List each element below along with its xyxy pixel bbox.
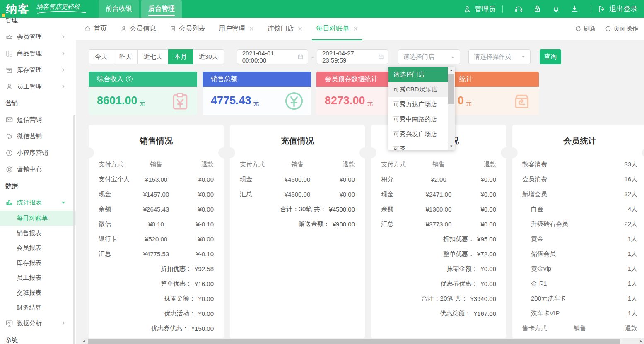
- sidebar-item[interactable]: 微信营销: [0, 128, 76, 144]
- close-icon[interactable]: ✕: [298, 25, 303, 33]
- chevron-down-icon: [60, 200, 66, 205]
- panel-table: 散客消费33人会员消费16人新增会员32人白金4人升级砖石会员22人黄金1人储值…: [512, 157, 644, 339]
- sidebar-subitem[interactable]: 财务结算: [0, 300, 76, 315]
- dropdown-option[interactable]: 可秀CBD娱乐店: [388, 82, 448, 97]
- table-cell: 销售: [133, 161, 179, 168]
- logout-button[interactable]: 退出登录: [598, 4, 637, 14]
- store-select[interactable]: 请选择门店: [398, 49, 460, 64]
- help-icon[interactable]: ?: [126, 76, 133, 82]
- tabbar-tab[interactable]: 首页: [84, 18, 107, 40]
- panel-table-row: 汇总¥3773.00¥0.00: [371, 217, 506, 231]
- panel-title: 销售情况: [89, 135, 224, 147]
- support-headset-icon[interactable]: [514, 5, 523, 13]
- sidebar-item[interactable]: 员工管理: [0, 78, 76, 95]
- user-icon: [463, 5, 471, 13]
- bell-icon[interactable]: [552, 5, 560, 13]
- member-stat-value: 4人: [628, 205, 644, 213]
- table-cell: ¥4775.53: [133, 250, 179, 257]
- user-menu[interactable]: 管理员: [463, 4, 496, 14]
- dropdown-scrollbar-thumb[interactable]: [448, 74, 454, 104]
- stat-card-unit: 元: [140, 100, 145, 107]
- sidebar-section-label: 系统: [0, 332, 76, 344]
- summary-value: ¥16.00: [195, 280, 214, 287]
- refresh-button[interactable]: 刷新: [575, 25, 596, 33]
- sidebar-subitem[interactable]: 会员报表: [0, 241, 76, 255]
- dropdown-scrollbar[interactable]: ▲ ▼: [448, 67, 455, 150]
- quick-range-button[interactable]: 本月: [168, 49, 193, 64]
- scroll-down-icon[interactable]: ▼: [448, 143, 455, 150]
- dropdown-option[interactable]: 可秀万达广场店: [388, 97, 448, 112]
- tabbar-tab[interactable]: 每日对账单✕: [316, 18, 358, 40]
- topbar-nav-tab[interactable]: 后台管理: [141, 0, 182, 18]
- panel-summary-row: 优惠活动：¥0.00: [89, 306, 224, 321]
- sidebar-scrollbar[interactable]: [73, 115, 75, 344]
- chevron-right-icon: [60, 67, 66, 73]
- sidebar-item[interactable]: 营销中心: [0, 161, 76, 178]
- query-button[interactable]: 查询: [540, 49, 561, 64]
- panel-recharge: 充值情况支付方式销售退款现金¥4500.00¥0.00汇总¥4500.00¥0.…: [230, 125, 365, 339]
- date-from-input[interactable]: 2021-04-01 00:00:00: [237, 49, 308, 64]
- scroll-right-icon[interactable]: ►: [638, 338, 644, 344]
- stat-card-value: 8601.00: [97, 94, 137, 107]
- dropdown-option[interactable]: 可秀中南路的店: [388, 112, 448, 127]
- table-cell: 汇总: [371, 220, 416, 228]
- scroll-up-icon[interactable]: ▲: [448, 67, 455, 74]
- quick-range-button[interactable]: 今天: [89, 49, 113, 64]
- stat-card: 销售总额4775.43元: [203, 72, 311, 115]
- tabbar-tab[interactable]: 连锁门店✕: [268, 18, 303, 40]
- dropdown-option[interactable]: 请选择门店: [388, 67, 448, 82]
- close-icon[interactable]: ✕: [249, 25, 254, 33]
- tabbar-tab[interactable]: 会员信息: [120, 18, 156, 40]
- tab-label: 首页: [94, 24, 107, 33]
- download-icon[interactable]: [570, 5, 579, 13]
- quick-range-button[interactable]: 近30天: [193, 49, 224, 64]
- tabbar-tab[interactable]: 会员列表: [169, 18, 205, 40]
- sidebar-item[interactable]: 会员管理: [0, 29, 76, 45]
- sidebar-subitem[interactable]: 库存报表: [0, 255, 76, 270]
- sidebar-subitem[interactable]: 交班报表: [0, 285, 76, 300]
- panel-table-row: 现金¥4500.00¥0.00: [230, 172, 365, 187]
- panel-summary-row: 折扣优惠：¥92.58: [89, 261, 224, 276]
- sidebar-subitem[interactable]: 销售报表: [0, 226, 76, 241]
- panel-table-row: 积分¥2.00¥0.00: [371, 172, 506, 187]
- panel-summary-row: 优惠总额：¥167.00: [371, 306, 506, 321]
- tabbar-tab[interactable]: 用户管理✕: [219, 18, 254, 40]
- summary-value: ¥4500.00: [329, 206, 355, 213]
- stat-card-header: 销售总额: [203, 72, 311, 87]
- dropdown-option[interactable]: 可秀兴发广场店: [388, 127, 448, 142]
- topbar-nav-tab[interactable]: 前台收银: [99, 0, 139, 18]
- close-icon[interactable]: ✕: [353, 25, 358, 33]
- operator-select[interactable]: 请选择操作员: [468, 49, 531, 64]
- filter-bar: 今天昨天近七天本月近30天 2021-04-01 00:00:00 - 2021…: [89, 49, 561, 64]
- quick-range-button[interactable]: 昨天: [113, 49, 138, 64]
- sidebar-subitem[interactable]: 员工报表: [0, 270, 76, 285]
- horizontal-scrollbar[interactable]: ◄ ►: [81, 338, 644, 344]
- tab-label: 用户管理: [219, 24, 245, 33]
- topbar: 纳客 纳客管店更轻松 前台收银后台管理 管理员 退出登录: [0, 0, 644, 18]
- dropdown-option[interactable]: 可秀: [388, 142, 448, 150]
- scrollbar-thumb[interactable]: [88, 339, 620, 344]
- member-stat-row: 会员消费16人: [512, 172, 644, 187]
- logout-icon: [598, 5, 606, 13]
- sidebar-item[interactable]: 小程序营销: [0, 144, 76, 161]
- panel-table-row: 支付方式销售退款: [230, 157, 365, 172]
- refresh-label: 刷新: [584, 25, 596, 33]
- table-cell: ¥1457.00: [133, 191, 179, 198]
- lock-icon[interactable]: [533, 5, 542, 13]
- sidebar-item[interactable]: 统计报表: [0, 194, 76, 211]
- sidebar-item[interactable]: 库存管理: [0, 62, 76, 78]
- summary-label: 抹零金额：: [446, 265, 478, 273]
- summary-label: 抹零金额：: [164, 295, 195, 303]
- quick-range-button[interactable]: 近七天: [137, 49, 169, 64]
- scroll-left-icon[interactable]: ◄: [81, 338, 87, 344]
- sidebar-item[interactable]: 短信营销: [0, 111, 76, 128]
- page-actions-button[interactable]: 页面操作: [605, 25, 638, 33]
- date-to-input[interactable]: 2021-04-27 23:59:59: [317, 49, 388, 64]
- sidebar-item[interactable]: 数据分析: [0, 315, 76, 332]
- member-stat-label: 洗车卡VIP: [512, 310, 560, 318]
- panel-table-row: 余额¥2645.43¥0.00: [89, 202, 224, 217]
- sidebar-subitem[interactable]: 每日对账单: [0, 211, 76, 226]
- table-cell: 销售: [275, 161, 321, 168]
- sidebar-item-label: 会员管理: [17, 33, 42, 41]
- sidebar-item[interactable]: 商品管理: [0, 45, 76, 62]
